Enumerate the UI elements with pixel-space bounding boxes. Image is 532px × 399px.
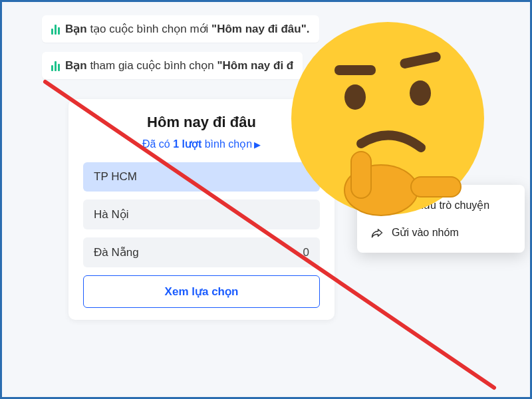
view-choices-button[interactable]: Xem lựa chọn	[83, 275, 320, 308]
sys-msg-text: Bạn tạo cuộc bình chọn mới "Hôm nay đi đ…	[65, 22, 310, 36]
share-icon	[370, 227, 384, 238]
menu-item-share[interactable]: Gửi vào nhóm	[357, 219, 525, 246]
poll-option[interactable]: Đà Nẵng 0	[83, 237, 320, 267]
option-label: Hà Nội	[94, 207, 129, 221]
chevron-right-icon: ▶	[254, 140, 261, 150]
context-menu: n lên đầu trò chuyện Gửi vào nhóm	[357, 185, 525, 253]
option-label: Đà Nẵng	[94, 245, 139, 259]
menu-item-label: n lên đầu trò chuyện	[392, 199, 489, 211]
poll-subtitle[interactable]: Đã có 1 lượt bình chọn▶	[83, 138, 320, 150]
poll-icon	[51, 24, 60, 35]
option-label: TP HCM	[94, 170, 137, 184]
pin-icon	[370, 200, 384, 211]
chat-content: Bạn tạo cuộc bình chọn mới "Hôm nay đi đ…	[2, 2, 530, 333]
menu-item-pin[interactable]: n lên đầu trò chuyện	[357, 192, 525, 219]
poll-option[interactable]: Hà Nội	[83, 200, 320, 229]
system-message-joined: Bạn tham gia cuộc bình chọn "Hôm nay đi …	[42, 52, 303, 79]
menu-item-label: Gửi vào nhóm	[392, 226, 459, 239]
system-message-created: Bạn tạo cuộc bình chọn mới "Hôm nay đi đ…	[42, 15, 319, 43]
poll-card: Hôm nay đi đâu Đã có 1 lượt bình chọn▶ T…	[68, 99, 334, 320]
poll-title: Hôm nay đi đâu	[83, 114, 320, 131]
sys-msg-text: Bạn tham gia cuộc bình chọn "Hôm nay đi …	[65, 59, 293, 72]
option-count: 0	[303, 246, 309, 259]
poll-icon	[51, 61, 60, 71]
poll-option[interactable]: TP HCM	[83, 162, 320, 192]
